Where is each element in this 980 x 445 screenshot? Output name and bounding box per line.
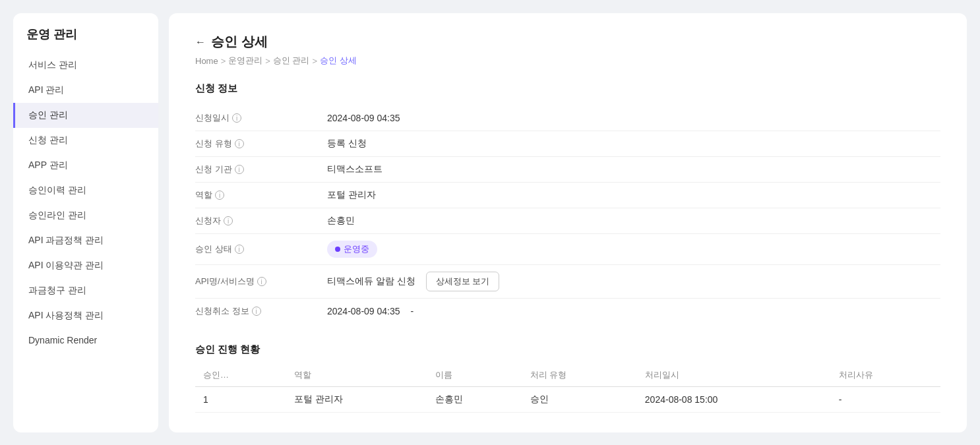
detail-info-button[interactable]: 상세정보 보기 [426,272,500,291]
sidebar-item-service[interactable]: 서비스 관리 [13,53,158,78]
info-value-requester: 손흥민 [327,208,940,234]
cancel-extra-value: - [411,306,414,316]
info-value-cancel-info: 2024-08-09 04:35- [327,299,940,324]
info-label-role: 역할 [195,189,212,201]
info-value-request-date: 2024-08-09 04:35 [327,105,940,131]
sidebar-item-api[interactable]: API 관리 [13,78,158,103]
breadcrumb-item-0[interactable]: Home [195,56,218,66]
page-title: 승인 상세 [211,33,268,51]
page-header: ← 승인 상세 [195,33,940,51]
info-icon-role[interactable]: i [215,191,224,200]
info-row-request-type: 신청 유형i등록 신청 [195,131,940,157]
sidebar-item-approval[interactable]: 승인 관리 [13,103,158,128]
approval-table: 승인…역할이름처리 유형처리일시처리사유 1포털 관리자손흥민승인2024-08… [195,364,940,413]
approval-col-3: 처리 유형 [522,364,637,387]
info-row-approval-status: 승인 상태i운영중 [195,234,940,265]
cancel-date-value: 2024-08-09 04:35 [327,306,400,316]
info-icon-request-type[interactable]: i [235,139,244,148]
sidebar-item-approval-line[interactable]: 승인라인 관리 [13,203,158,228]
sidebar-item-api-use-policy[interactable]: API 사용정책 관리 [13,303,158,328]
info-label-api-service-name: API명/서비스명 [195,276,255,287]
info-icon-api-service-name[interactable]: i [257,277,266,286]
approval-cell-1: 포털 관리자 [286,387,427,413]
approval-cell-4: 2024-08-08 15:00 [637,387,831,413]
info-value-approval-status: 운영중 [327,234,940,265]
sidebar: 운영 관리 서비스 관리API 관리승인 관리신청 관리APP 관리승인이력 관… [13,13,158,432]
approval-col-1: 역할 [286,364,427,387]
sidebar-item-dynamic-render[interactable]: Dynamic Render [13,328,158,352]
approval-cell-3: 승인 [522,387,637,413]
info-label-request-org: 신청 기관 [195,163,232,175]
api-service-value: 티맥스에듀 알람 신청 [327,276,415,286]
approval-col-5: 처리사유 [831,364,940,387]
status-dot [335,247,340,252]
info-label-requester: 신청자 [195,215,221,227]
info-value-request-type: 등록 신청 [327,131,940,157]
breadcrumb-item-1[interactable]: 운영관리 [228,55,262,67]
sidebar-item-app[interactable]: APP 관리 [13,153,158,178]
sidebar-item-api-terms[interactable]: API 이용약관 관리 [13,253,158,278]
approval-col-4: 처리일시 [637,364,831,387]
approval-cell-0: 1 [195,387,286,413]
request-info-section-title: 신청 정보 [195,82,940,95]
breadcrumb: Home>운영관리>승인 관리>승인 상세 [195,55,940,67]
breadcrumb-sep-2: > [313,56,318,66]
info-icon-cancel-info[interactable]: i [252,307,261,316]
back-arrow-icon[interactable]: ← [195,36,206,48]
info-row-api-service-name: API명/서비스명i티맥스에듀 알람 신청상세정보 보기 [195,265,940,299]
info-value-request-org: 티맥스소프트 [327,157,940,183]
info-row-request-date: 신청일시i2024-08-09 04:35 [195,105,940,131]
main-content: ← 승인 상세 Home>운영관리>승인 관리>승인 상세 신청 정보 신청일시… [169,13,967,432]
sidebar-item-approval-history[interactable]: 승인이력 관리 [13,178,158,203]
info-icon-request-org[interactable]: i [235,165,244,174]
status-badge: 운영중 [327,241,377,258]
info-label-request-type: 신청 유형 [195,138,232,150]
info-icon-request-date[interactable]: i [232,113,241,123]
sidebar-title: 운영 관리 [13,26,158,53]
info-row-request-org: 신청 기관i티맥스소프트 [195,157,940,183]
approval-col-2: 이름 [427,364,522,387]
breadcrumb-sep-1: > [265,56,270,66]
approval-progress-title: 승인 진행 현황 [195,343,940,356]
sidebar-item-api-fee-policy[interactable]: API 과금정책 관리 [13,228,158,253]
info-row-requester: 신청자i손흥민 [195,208,940,234]
info-label-request-date: 신청일시 [195,112,230,124]
info-value-api-service-name: 티맥스에듀 알람 신청상세정보 보기 [327,265,940,299]
info-label-approval-status: 승인 상태 [195,243,232,255]
approval-table-row: 1포털 관리자손흥민승인2024-08-08 15:00- [195,387,940,413]
info-label-cancel-info: 신청취소 정보 [195,305,249,317]
sidebar-item-request[interactable]: 신청 관리 [13,128,158,153]
breadcrumb-sep-0: > [221,56,226,66]
breadcrumb-item-3: 승인 상세 [320,55,357,67]
info-value-role: 포털 관리자 [327,183,940,208]
info-icon-approval-status[interactable]: i [235,245,244,254]
info-row-cancel-info: 신청취소 정보i2024-08-09 04:35- [195,299,940,324]
request-info-table: 신청일시i2024-08-09 04:35신청 유형i등록 신청신청 기관i티맥… [195,105,940,324]
approval-cell-2: 손흥민 [427,387,522,413]
sidebar-item-fee-billing[interactable]: 과금청구 관리 [13,278,158,303]
info-icon-requester[interactable]: i [224,216,233,225]
status-badge-label: 운영중 [344,243,369,255]
info-row-role: 역할i포털 관리자 [195,183,940,208]
breadcrumb-item-2[interactable]: 승인 관리 [273,55,310,67]
approval-col-0: 승인… [195,364,286,387]
approval-cell-5: - [831,387,940,413]
